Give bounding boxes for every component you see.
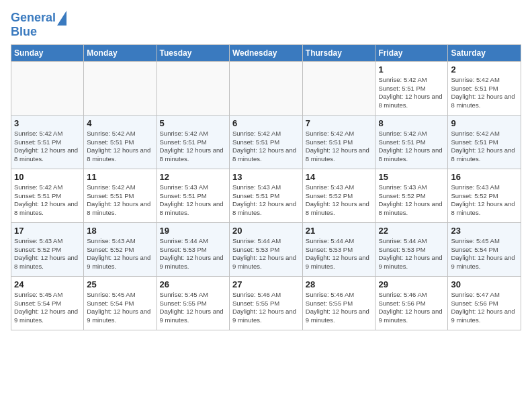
day-info: Sunrise: 5:42 AM Sunset: 5:51 PM Dayligh… [451, 130, 518, 164]
calendar-header-row: SundayMondayTuesdayWednesdayThursdayFrid… [11, 44, 521, 61]
calendar-cell [11, 61, 84, 115]
day-info: Sunrise: 5:46 AM Sunset: 5:55 PM Dayligh… [306, 291, 373, 325]
day-info: Sunrise: 5:42 AM Sunset: 5:51 PM Dayligh… [87, 130, 153, 164]
calendar-cell: 5Sunrise: 5:42 AM Sunset: 5:51 PM Daylig… [157, 115, 229, 169]
calendar-week-row: 10Sunrise: 5:42 AM Sunset: 5:51 PM Dayli… [11, 169, 521, 222]
day-number: 18 [87, 226, 153, 236]
day-number: 3 [14, 118, 81, 128]
day-number: 1 [378, 64, 445, 75]
calendar-week-row: 24Sunrise: 5:45 AM Sunset: 5:54 PM Dayli… [11, 276, 521, 330]
weekday-header-thursday: Thursday [302, 44, 375, 61]
day-number: 22 [378, 226, 445, 236]
day-info: Sunrise: 5:42 AM Sunset: 5:51 PM Dayligh… [14, 183, 81, 218]
day-info: Sunrise: 5:45 AM Sunset: 5:54 PM Dayligh… [451, 237, 518, 271]
calendar-cell: 3Sunrise: 5:42 AM Sunset: 5:51 PM Daylig… [11, 115, 84, 169]
weekday-header-tuesday: Tuesday [157, 44, 229, 61]
day-number: 23 [451, 226, 518, 236]
day-number: 30 [451, 279, 518, 289]
day-info: Sunrise: 5:43 AM Sunset: 5:52 PM Dayligh… [451, 183, 518, 218]
calendar-cell: 18Sunrise: 5:43 AM Sunset: 5:52 PM Dayli… [84, 222, 157, 276]
day-number: 4 [87, 118, 153, 128]
day-info: Sunrise: 5:45 AM Sunset: 5:54 PM Dayligh… [14, 291, 81, 325]
calendar-cell: 1Sunrise: 5:42 AM Sunset: 5:51 PM Daylig… [375, 61, 448, 115]
day-number: 11 [87, 172, 153, 182]
day-info: Sunrise: 5:43 AM Sunset: 5:52 PM Dayligh… [14, 237, 81, 271]
weekday-header-monday: Monday [84, 44, 157, 61]
logo: General Blue [11, 11, 66, 39]
calendar-cell: 25Sunrise: 5:45 AM Sunset: 5:54 PM Dayli… [84, 276, 157, 330]
day-number: 10 [14, 172, 81, 182]
day-info: Sunrise: 5:42 AM Sunset: 5:51 PM Dayligh… [378, 130, 445, 164]
calendar-cell: 14Sunrise: 5:43 AM Sunset: 5:52 PM Dayli… [302, 169, 375, 222]
logo-icon [57, 11, 66, 26]
calendar-table: SundayMondayTuesdayWednesdayThursdayFrid… [11, 44, 521, 330]
calendar-week-row: 3Sunrise: 5:42 AM Sunset: 5:51 PM Daylig… [11, 115, 521, 169]
calendar-cell [302, 61, 375, 115]
day-number: 26 [160, 279, 226, 289]
calendar-cell: 20Sunrise: 5:44 AM Sunset: 5:53 PM Dayli… [229, 222, 302, 276]
day-number: 25 [87, 279, 153, 289]
calendar-cell: 2Sunrise: 5:42 AM Sunset: 5:51 PM Daylig… [448, 61, 521, 115]
calendar-cell: 19Sunrise: 5:44 AM Sunset: 5:53 PM Dayli… [157, 222, 229, 276]
calendar-cell: 22Sunrise: 5:44 AM Sunset: 5:53 PM Dayli… [375, 222, 448, 276]
calendar-cell: 15Sunrise: 5:43 AM Sunset: 5:52 PM Dayli… [375, 169, 448, 222]
day-info: Sunrise: 5:47 AM Sunset: 5:56 PM Dayligh… [451, 291, 518, 325]
day-info: Sunrise: 5:46 AM Sunset: 5:55 PM Dayligh… [232, 291, 300, 325]
calendar-cell: 12Sunrise: 5:43 AM Sunset: 5:51 PM Dayli… [157, 169, 229, 222]
day-number: 5 [160, 118, 226, 128]
calendar-cell: 23Sunrise: 5:45 AM Sunset: 5:54 PM Dayli… [448, 222, 521, 276]
day-number: 19 [160, 226, 226, 236]
calendar-cell: 24Sunrise: 5:45 AM Sunset: 5:54 PM Dayli… [11, 276, 84, 330]
calendar-cell: 7Sunrise: 5:42 AM Sunset: 5:51 PM Daylig… [302, 115, 375, 169]
day-number: 8 [378, 118, 445, 128]
calendar-cell: 29Sunrise: 5:46 AM Sunset: 5:56 PM Dayli… [375, 276, 448, 330]
day-number: 2 [451, 64, 518, 75]
day-info: Sunrise: 5:43 AM Sunset: 5:52 PM Dayligh… [378, 183, 445, 218]
day-info: Sunrise: 5:42 AM Sunset: 5:51 PM Dayligh… [378, 76, 445, 110]
page-header: General Blue [11, 11, 521, 39]
day-info: Sunrise: 5:42 AM Sunset: 5:51 PM Dayligh… [306, 130, 373, 164]
day-number: 9 [451, 118, 518, 128]
day-number: 17 [14, 226, 81, 236]
day-number: 27 [232, 279, 300, 289]
day-info: Sunrise: 5:45 AM Sunset: 5:55 PM Dayligh… [160, 291, 226, 325]
day-info: Sunrise: 5:44 AM Sunset: 5:53 PM Dayligh… [306, 237, 373, 271]
calendar-cell: 17Sunrise: 5:43 AM Sunset: 5:52 PM Dayli… [11, 222, 84, 276]
day-number: 13 [232, 172, 300, 182]
day-number: 21 [306, 226, 373, 236]
calendar-cell: 27Sunrise: 5:46 AM Sunset: 5:55 PM Dayli… [229, 276, 302, 330]
calendar-cell: 28Sunrise: 5:46 AM Sunset: 5:55 PM Dayli… [302, 276, 375, 330]
day-number: 20 [232, 226, 300, 236]
calendar-cell [229, 61, 302, 115]
calendar-cell: 16Sunrise: 5:43 AM Sunset: 5:52 PM Dayli… [448, 169, 521, 222]
calendar-cell: 9Sunrise: 5:42 AM Sunset: 5:51 PM Daylig… [448, 115, 521, 169]
calendar-week-row: 17Sunrise: 5:43 AM Sunset: 5:52 PM Dayli… [11, 222, 521, 276]
calendar-cell: 6Sunrise: 5:42 AM Sunset: 5:51 PM Daylig… [229, 115, 302, 169]
calendar-cell: 4Sunrise: 5:42 AM Sunset: 5:51 PM Daylig… [84, 115, 157, 169]
calendar-cell: 21Sunrise: 5:44 AM Sunset: 5:53 PM Dayli… [302, 222, 375, 276]
day-info: Sunrise: 5:43 AM Sunset: 5:52 PM Dayligh… [306, 183, 373, 218]
day-info: Sunrise: 5:42 AM Sunset: 5:51 PM Dayligh… [160, 130, 226, 164]
calendar-cell: 10Sunrise: 5:42 AM Sunset: 5:51 PM Dayli… [11, 169, 84, 222]
day-number: 15 [378, 172, 445, 182]
day-info: Sunrise: 5:42 AM Sunset: 5:51 PM Dayligh… [87, 183, 153, 218]
calendar-cell [84, 61, 157, 115]
calendar-cell: 26Sunrise: 5:45 AM Sunset: 5:55 PM Dayli… [157, 276, 229, 330]
day-info: Sunrise: 5:43 AM Sunset: 5:51 PM Dayligh… [232, 183, 300, 218]
calendar-cell [157, 61, 229, 115]
day-number: 7 [306, 118, 373, 128]
day-info: Sunrise: 5:44 AM Sunset: 5:53 PM Dayligh… [160, 237, 226, 271]
day-info: Sunrise: 5:42 AM Sunset: 5:51 PM Dayligh… [232, 130, 300, 164]
logo-text-general: General [11, 11, 56, 25]
weekday-header-saturday: Saturday [448, 44, 521, 61]
calendar-cell: 8Sunrise: 5:42 AM Sunset: 5:51 PM Daylig… [375, 115, 448, 169]
day-info: Sunrise: 5:42 AM Sunset: 5:51 PM Dayligh… [14, 130, 81, 164]
day-number: 12 [160, 172, 226, 182]
calendar-week-row: 1Sunrise: 5:42 AM Sunset: 5:51 PM Daylig… [11, 61, 521, 115]
weekday-header-wednesday: Wednesday [229, 44, 302, 61]
day-info: Sunrise: 5:43 AM Sunset: 5:51 PM Dayligh… [160, 183, 226, 218]
calendar-cell: 11Sunrise: 5:42 AM Sunset: 5:51 PM Dayli… [84, 169, 157, 222]
day-info: Sunrise: 5:43 AM Sunset: 5:52 PM Dayligh… [87, 237, 153, 271]
day-info: Sunrise: 5:42 AM Sunset: 5:51 PM Dayligh… [451, 76, 518, 110]
day-info: Sunrise: 5:45 AM Sunset: 5:54 PM Dayligh… [87, 291, 153, 325]
